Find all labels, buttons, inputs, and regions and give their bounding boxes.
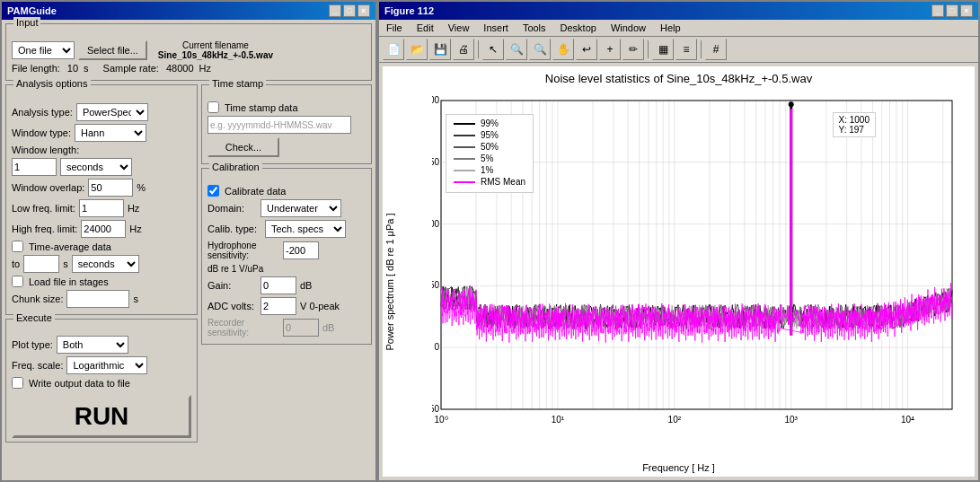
write-output-checkbox[interactable]: [12, 377, 23, 389]
figure-close-button[interactable]: ×: [960, 4, 973, 17]
select-file-button[interactable]: Select file...: [78, 40, 147, 60]
hydrophone-unit: dB re 1 V/uPa: [207, 264, 263, 274]
figure-menubar: File Edit View Insert Tools Desktop Wind…: [379, 20, 978, 37]
menu-file[interactable]: File: [383, 22, 406, 34]
toolbar-pointer-icon[interactable]: ↖: [482, 39, 504, 60]
analysis-group-label: Analysis options: [13, 78, 91, 89]
legend-label-1: 1%: [481, 165, 493, 175]
load-stages-checkbox[interactable]: [12, 276, 23, 287]
window-type-row: Window type: Hann Hamming Blackman Recta…: [12, 124, 191, 142]
run-button[interactable]: RUN: [12, 395, 191, 438]
to-unit-s: s: [63, 259, 68, 269]
calibrate-checkbox[interactable]: [207, 185, 219, 197]
maximize-button[interactable]: □: [343, 4, 356, 17]
domain-row: Domain: Underwater Airborne: [207, 199, 366, 217]
recorder-input[interactable]: [283, 319, 319, 337]
menu-window[interactable]: Window: [607, 22, 649, 34]
calibration-group-label: Calibration: [209, 162, 262, 172]
menu-tools[interactable]: Tools: [519, 22, 550, 34]
recorder-label: Recorder sensitivity:: [207, 318, 279, 337]
adc-row: ADC volts: V 0-peak: [207, 297, 366, 315]
y-axis-label: Power spectrum [ dB re 1 μPa ]: [384, 213, 395, 350]
domain-select[interactable]: Underwater Airborne: [260, 199, 341, 217]
chunk-size-input[interactable]: [66, 290, 129, 308]
to-label: to: [12, 259, 20, 269]
file-info-row: File length: 10 s Sample rate: 48000 Hz: [12, 63, 366, 74]
legend-label-50: 50%: [481, 142, 499, 152]
toolbar-grid-icon[interactable]: #: [705, 39, 727, 60]
legend-item-1: 1%: [454, 165, 525, 175]
legend-item-rms: RMS Mean: [454, 177, 525, 187]
gain-label: Gain:: [207, 280, 257, 291]
freq-scale-label: Freq. scale:: [12, 360, 63, 371]
filename-container: Current filename Sine_10s_48kHz_+-0.5.wa…: [158, 40, 273, 60]
check-btn-row: Check...: [207, 137, 366, 157]
adc-input[interactable]: [260, 297, 296, 315]
execute-group-label: Execute: [13, 312, 55, 323]
analysis-group: Analysis options Analysis type: PowerSpe…: [5, 84, 198, 315]
check-button[interactable]: Check...: [207, 137, 279, 157]
timestamp-check-row: Time stamp data: [207, 101, 366, 113]
toolbar-separator-3: [701, 40, 702, 58]
menu-view[interactable]: View: [445, 22, 473, 34]
window-overlap-input[interactable]: [88, 179, 133, 197]
window-type-label: Window type:: [12, 127, 71, 138]
to-input[interactable]: [23, 255, 59, 273]
calibrate-label: Calibrate data: [225, 186, 287, 197]
window-length-unit-select[interactable]: seconds samples: [60, 158, 132, 176]
toolbar-legend-icon[interactable]: ≡: [675, 39, 697, 60]
analysis-type-select[interactable]: PowerSpec Broadband TOL 1/3OL: [76, 103, 148, 121]
close-button[interactable]: ×: [358, 4, 370, 17]
low-freq-row: Low freq. limit: Hz: [12, 199, 191, 217]
figure-maximize-button[interactable]: □: [946, 4, 958, 17]
file-mode-select[interactable]: One file Directory: [12, 41, 75, 59]
right-column: Time stamp Time stamp data Check...: [201, 84, 372, 443]
timestamp-checkbox[interactable]: [207, 101, 219, 113]
window-overlap-label: Window overlap:: [12, 182, 84, 193]
analysis-type-row: Analysis type: PowerSpec Broadband TOL 1…: [12, 103, 191, 121]
freq-scale-select[interactable]: Logarithmic Linear: [66, 356, 147, 374]
pamguide-window: PAMGuide _ □ × Input One file Directory …: [0, 0, 377, 482]
legend-label-5: 5%: [481, 153, 493, 163]
toolbar-colorbar-icon[interactable]: ▦: [652, 39, 674, 60]
tooltip-y: Y: 197: [839, 125, 870, 135]
toolbar-open-icon[interactable]: 📂: [406, 39, 428, 60]
toolbar-print-icon[interactable]: 🖨: [453, 39, 474, 60]
timestamp-input[interactable]: [207, 116, 351, 134]
plot-area: Noise level statistics of Sine_10s_48kHz…: [383, 66, 975, 477]
high-freq-row: High freq. limit: Hz: [12, 220, 191, 238]
legend-line-rms: [454, 181, 475, 183]
toolbar-save-icon[interactable]: 💾: [429, 39, 451, 60]
time-average-checkbox[interactable]: [12, 241, 23, 252]
window-length-input[interactable]: [12, 158, 57, 176]
file-length-value: 10: [67, 63, 78, 74]
toolbar-data-cursor-icon[interactable]: +: [599, 39, 621, 60]
execute-group: Execute Plot type: Both Plot only Write …: [5, 319, 198, 443]
toolbar-zoom-in-icon[interactable]: 🔍: [506, 39, 527, 60]
plot-type-select[interactable]: Both Plot only Write only: [57, 336, 128, 354]
toolbar-brush-icon[interactable]: ✏: [622, 39, 644, 60]
low-freq-input[interactable]: [79, 199, 124, 217]
menu-edit[interactable]: Edit: [413, 22, 437, 34]
menu-desktop[interactable]: Desktop: [557, 22, 600, 34]
window-type-select[interactable]: Hann Hamming Blackman Rectangular: [75, 124, 146, 142]
toolbar-rotate-icon[interactable]: ↩: [576, 39, 597, 60]
high-freq-input[interactable]: [81, 220, 126, 238]
time-average-row: Time-average data: [12, 241, 191, 252]
toolbar-zoom-out-icon[interactable]: 🔍: [529, 39, 551, 60]
legend-item-99: 99%: [454, 118, 525, 128]
window-length-input-row: seconds samples: [12, 158, 191, 176]
figure-minimize-button[interactable]: _: [931, 4, 944, 17]
sample-rate-value: 48000: [166, 63, 194, 74]
toolbar-new-icon[interactable]: 📄: [383, 39, 404, 60]
menu-insert[interactable]: Insert: [480, 22, 512, 34]
menu-help[interactable]: Help: [657, 22, 684, 34]
to-unit-select[interactable]: seconds samples: [72, 255, 139, 273]
toolbar-pan-icon[interactable]: ✋: [552, 39, 574, 60]
gain-input[interactable]: [260, 276, 296, 294]
calib-type-select[interactable]: Tech. specs Calibration tone: [265, 220, 346, 238]
write-output-row: Write output data to file: [12, 377, 191, 389]
legend-line-99: [454, 123, 475, 125]
minimize-button[interactable]: _: [329, 4, 341, 17]
hydrophone-input[interactable]: [283, 241, 319, 259]
